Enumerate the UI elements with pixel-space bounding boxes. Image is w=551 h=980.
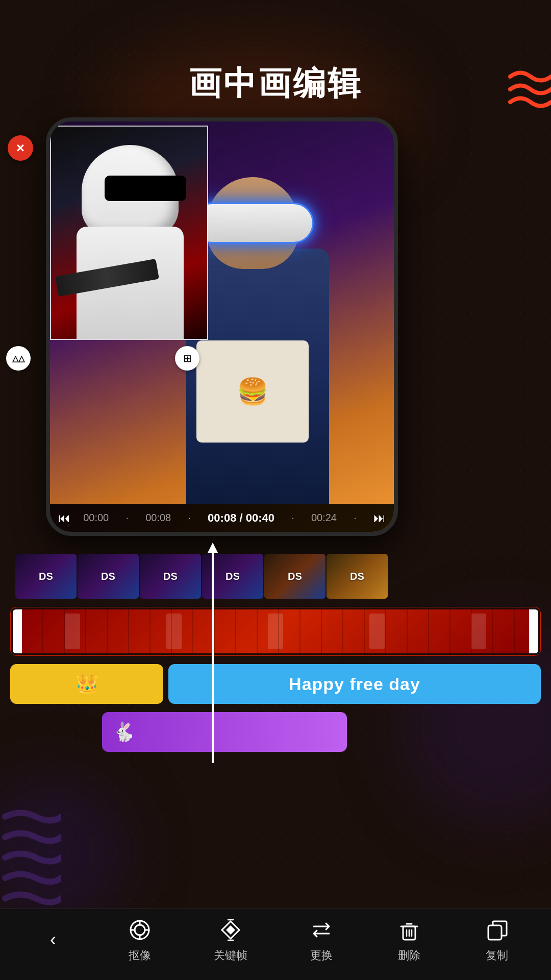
yellow-text-track[interactable]: 👑: [10, 664, 163, 704]
nav-label-copy: 复制: [486, 948, 508, 963]
bottom-navigation: ‹ 抠像 关键帧: [0, 909, 551, 980]
pip-video-content: [51, 127, 207, 339]
resize-handle-left[interactable]: △△: [6, 346, 31, 371]
purple-track-icon: 🐇: [112, 721, 135, 743]
resize-handle-right[interactable]: ⊞: [175, 346, 199, 371]
nav-item-keyframe[interactable]: 关键帧: [214, 916, 247, 963]
video-thumb-4[interactable]: DS: [202, 554, 263, 599]
nav-item-delete[interactable]: 删除: [395, 916, 423, 963]
text-tracks-row: 👑 Happy free day: [10, 664, 541, 704]
time-divider: ·: [126, 512, 129, 524]
skip-forward-button[interactable]: ⏭: [373, 511, 386, 525]
stormtrooper-figure: [66, 145, 194, 339]
nav-label-cutout: 抠像: [129, 948, 151, 963]
cutout-icon: [126, 916, 154, 944]
time-right-marker: 00:24: [311, 512, 337, 524]
time-separator: /: [240, 511, 246, 524]
track-content: [22, 609, 529, 653]
copy-icon: [483, 916, 511, 944]
nav-label-delete: 删除: [398, 948, 420, 963]
nav-item-copy[interactable]: 复制: [483, 916, 511, 963]
video-thumb-1[interactable]: DS: [15, 554, 77, 599]
nav-back-button[interactable]: ‹: [40, 927, 66, 952]
svg-point-1: [135, 925, 145, 935]
timeline-section: DS DS DS DS DS: [0, 554, 551, 760]
resize-right-icon: ⊞: [183, 352, 192, 364]
main-video-track[interactable]: DS DS DS DS DS: [10, 554, 541, 599]
time-divider4: ·: [354, 512, 357, 524]
nav-label-swap: 更换: [310, 948, 333, 963]
thumb-label-4: DS: [226, 571, 240, 582]
video-thumb-6[interactable]: DS: [327, 554, 388, 599]
pip-overlay[interactable]: [50, 126, 208, 340]
svg-rect-7: [488, 925, 502, 940]
swap-icon: [308, 916, 335, 944]
nav-item-cutout[interactable]: 抠像: [126, 916, 154, 963]
thumb-label-5: DS: [288, 571, 302, 582]
vr-headset: [191, 203, 314, 243]
thumb-label-1: DS: [39, 571, 53, 582]
happy-free-day-track[interactable]: Happy free day: [168, 664, 541, 704]
resize-left-icon: △△: [12, 354, 24, 363]
thumb-label-2: DS: [101, 571, 115, 582]
delete-icon: [395, 916, 423, 944]
phone-timeline-bar: ⏮ 00:00 · 00:08 · 00:08 / 00:40 · 00:24 …: [50, 504, 394, 532]
thumb-label-6: DS: [350, 571, 364, 582]
wavy-bottom-decoration: [0, 806, 61, 909]
nav-item-swap[interactable]: 更换: [308, 916, 335, 963]
keyframe-icon: [217, 916, 244, 944]
time-left-marker: 00:00: [83, 512, 109, 524]
time-divider3: ·: [291, 512, 294, 524]
page-title: 画中画编辑: [0, 61, 551, 106]
video-thumb-3[interactable]: DS: [140, 554, 201, 599]
timeline-wrapper: DS DS DS DS DS: [10, 554, 541, 752]
video-thumb-2[interactable]: DS: [78, 554, 139, 599]
playhead[interactable]: [212, 549, 214, 763]
crown-icon: 👑: [76, 673, 98, 695]
phone-preview: 🍔 ⏮ 00:00: [46, 117, 398, 536]
track-handle-right[interactable]: [529, 609, 538, 653]
purple-track[interactable]: 🐇: [102, 712, 347, 752]
nav-label-keyframe: 关键帧: [214, 948, 247, 963]
time-8: 00:08: [145, 512, 171, 524]
time-divider2: ·: [188, 512, 191, 524]
video-thumb-5[interactable]: DS: [264, 554, 325, 599]
track-thumb: [22, 609, 529, 653]
skip-back-button[interactable]: ⏮: [58, 511, 70, 525]
current-time-display: 00:08 / 00:40: [208, 511, 274, 525]
close-pip-button[interactable]: ×: [8, 135, 33, 161]
thumb-label-3: DS: [163, 571, 178, 582]
vr-shirt: 🍔: [196, 340, 309, 443]
secondary-video-track[interactable]: [10, 607, 541, 656]
main-video-bg: 🍔 ⏮ 00:00: [50, 121, 394, 532]
back-chevron-icon: ‹: [40, 927, 66, 952]
happy-free-day-text: Happy free day: [289, 674, 420, 694]
track-handle-left[interactable]: [13, 609, 22, 653]
